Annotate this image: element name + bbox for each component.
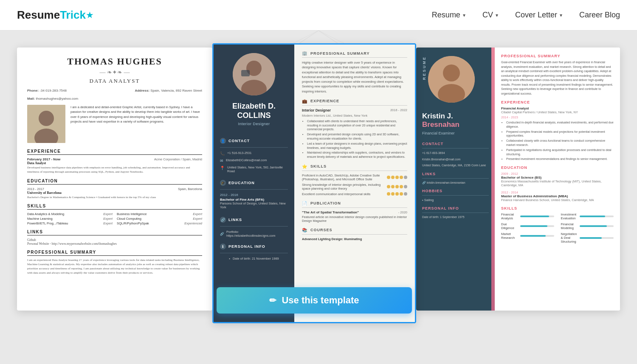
svg-point-5 [39, 111, 54, 126]
right-exp-role: Financial Analyst [501, 106, 614, 110]
right-summary-text: Goal-oriented Financial Examiner with ov… [501, 60, 614, 96]
left-person-svg [27, 105, 65, 143]
center-job-title: Interior Designer [238, 122, 270, 126]
center-exp-bullets: Collaborated with clients to understand … [302, 119, 407, 159]
center-photo [233, 53, 275, 95]
right-skill-row-1b: Investment Evaluation [561, 213, 614, 220]
left-edu-school: University of Barcelona [27, 191, 202, 195]
resume-card-right[interactable]: RESUME Kristin J. Bresnahan [416, 48, 620, 311]
right-education-section: EDUCATION 2009 - 2012 Bachelor of Scienc… [501, 165, 614, 202]
right-contact-email: Kristin.Bresnahan@mail.com [422, 157, 489, 162]
logo[interactable]: ResumeTrick★ [17, 8, 93, 22]
center-exp-role: Interior Designer [302, 108, 331, 112]
nav-cover-letter[interactable]: Cover Letter ▾ [515, 11, 562, 20]
center-skill-row-2: Strong knowledge of interior design prin… [302, 183, 407, 190]
center-pub-title-text: "The Art of Spatial Transformation" [302, 210, 359, 214]
left-card-name: THOMAS HUGHES [27, 56, 202, 67]
left-divider-ornament: — ❧✦❧ — [27, 69, 202, 76]
left-card-title: DATA ANALYST [27, 78, 202, 84]
center-pub-year: - 2020 [398, 210, 407, 214]
logo-star-icon: ★ [86, 11, 93, 20]
left-exp-period: February 2017 - Now [27, 157, 60, 161]
logo-text1: Resume [17, 8, 60, 22]
header: ResumeTrick★ Resume ▾ CV ▾ Cover Letter … [0, 0, 637, 31]
center-summary-section: 🏢 PROFESSIONAL SUMMARY Highly creative i… [302, 51, 407, 94]
main-content: THOMAS HUGHES — ❧✦❧ — DATA ANALYST Phone… [0, 31, 637, 364]
center-publication-section: 📄 PUBLICATION "The Art of Spatial Transf… [302, 201, 407, 223]
right-links-label: LINKS [422, 172, 489, 176]
nav-resume-label: Resume [432, 11, 460, 20]
right-exp-title: EXPERIENCE [501, 100, 614, 104]
left-email-row: Mail: thomashughes@yahoo.com [27, 97, 202, 101]
logo-text2: Trick [60, 8, 86, 22]
center-exp-period: 2016 - 2022 [390, 108, 407, 112]
right-skill-row-3b: Negotiation & Deal Structuring [561, 232, 614, 244]
center-personal-label: ℹ PERSONAL INFO [220, 244, 288, 249]
right-dob: Date of birth: 1 September 1975 [422, 216, 489, 218]
right-accent-bar [491, 48, 495, 311]
right-skill-row-3a: Market Research [501, 232, 554, 240]
left-summary-text: I am an experienced Data Analyst boastin… [27, 258, 202, 275]
right-right-panel: PROFESSIONAL SUMMARY Goal-oriented Finan… [495, 48, 620, 311]
center-contact-phone: 📞 +1 516-913-2531 [220, 151, 288, 156]
resume-card-left[interactable]: THOMAS HUGHES — ❧✦❧ — DATA ANALYST Phone… [17, 48, 212, 311]
right-skill-row-1a: Financial Analysis [501, 213, 554, 220]
center-link-item: 🔗 Portfolio: https://elizabethcollinsdес… [220, 230, 288, 238]
nav-career-blog[interactable]: Career Blog [579, 11, 620, 20]
center-skill-row-1: Proficient in AutoCAD, SketchUp, Adobe C… [302, 174, 407, 181]
left-exp-item: February 2017 - Now Acme Corporation / S… [27, 157, 202, 174]
center-summary-title: PROFESSIONAL SUMMARY [310, 51, 370, 56]
left-links-header: LINKS [27, 230, 202, 235]
center-edu-item: 2012 - 2016 Bachelor of Fine Arts (BFA) … [220, 193, 288, 209]
nav-resume[interactable]: Resume ▾ [432, 11, 465, 20]
right-contact-label: CONTACT [422, 142, 489, 146]
right-edu-item-2: 2012 - 2014 Master of Business Administr… [501, 190, 614, 202]
left-links: GithubPersonal Website - http://www.mype… [27, 238, 202, 246]
center-contact-label: 👤 CONTACT [220, 138, 288, 144]
left-exp-role: Data Analyst [27, 161, 202, 165]
right-skills-title: SKILLS [501, 206, 614, 210]
center-education-label: 🎓 EDUCATION [220, 180, 288, 186]
right-exp-bullets: Conducted in-depth financial analysis, e… [501, 120, 614, 161]
right-personal-label: PERSONAL INFO [422, 206, 489, 210]
right-hobby: • Sailing [422, 198, 489, 202]
right-edu-title: EDUCATION [501, 165, 614, 170]
right-skill-row-2a: Due Diligence [501, 222, 554, 230]
left-edu-desc: Bachelor's Degree in Mathematics & Compu… [27, 196, 202, 200]
center-course-name: Advanced Lighting Design: Illuminating [302, 237, 407, 241]
left-phone: Phone: -34 019-283-7548 [27, 89, 67, 92]
right-skill-row-2b: Financial Modeling [561, 222, 614, 230]
center-left-panel: Elizabeth D. COLLINS Interior Designer 👤… [214, 45, 294, 322]
use-template-button[interactable]: ✏ Use this template [217, 287, 412, 314]
resume-card-center[interactable]: Elizabeth D. COLLINS Interior Designer 👤… [212, 43, 416, 323]
left-skills-header: SKILLS [27, 204, 202, 210]
center-right-panel: 🏢 PROFESSIONAL SUMMARY Highly creative i… [294, 45, 415, 322]
center-skill-row-3: Excellent communication and interpersona… [302, 192, 407, 196]
center-contact-address: 📍 United States, New York, 581 Jarrisvil… [220, 165, 288, 173]
center-summary-text: Highly creative interior designer with o… [302, 60, 407, 94]
cards-container: THOMAS HUGHES — ❧✦❧ — DATA ANALYST Phone… [17, 43, 620, 323]
left-skills-grid: Data Analytics & ModelingExpert Business… [27, 212, 202, 225]
center-person-svg [233, 53, 275, 95]
right-resume-label: RESUME [422, 56, 426, 80]
center-courses-title: COURSES [310, 228, 333, 232]
right-skills-section: SKILLS Financial Analysis Due Diligence [501, 206, 614, 246]
right-skills-grid: Financial Analysis Due Diligence Market … [501, 213, 614, 246]
left-intro-text: I am a dedicated and detail-oriented Gra… [70, 105, 202, 124]
right-link: 🔗 kristin-bresnahan-bresnanian [422, 181, 489, 185]
right-edu-item-1: 2009 - 2012 Bachelor of Science (BS) Eco… [501, 172, 614, 187]
right-summary-title: PROFESSIONAL SUMMARY [501, 54, 614, 58]
center-skills-section: ⭐ SKILLS Proficient in AutoCAD, SketchUp… [302, 164, 407, 196]
nav-career-blog-label: Career Blog [579, 11, 620, 20]
center-exp-company: Modern Interiors Ltd., United States, Ne… [302, 114, 407, 118]
left-exp-desc: Developed business intelligence data pip… [27, 166, 202, 174]
left-contact-row: Phone: -34 019-283-7548 Address: Spain, … [27, 89, 202, 92]
right-exp-company: Citadel Capital Partners / United States… [501, 110, 614, 114]
nav-cv[interactable]: CV ▾ [482, 11, 498, 20]
right-left-panel: RESUME Kristin J. Bresnahan [416, 48, 495, 311]
left-exp-company: Acme Corporation / Spain, Madrid [154, 157, 202, 161]
left-edu-item: 2013 - 2017 Spain, Barcelona University … [27, 187, 202, 200]
left-summary-header: PROFESSIONAL SUMMARY [27, 250, 202, 256]
right-experience-section: EXPERIENCE Financial Analyst Citadel Cap… [501, 100, 614, 161]
center-experience-section: 💼 EXPERIENCE Interior Designer 2016 - 20… [302, 99, 407, 159]
